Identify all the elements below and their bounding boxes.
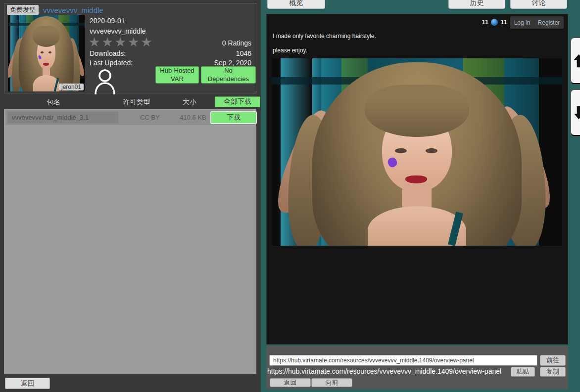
hub-hosted-var-badge: Hub-Hosted VAR bbox=[155, 66, 199, 84]
user-avatar-icon bbox=[94, 68, 116, 94]
resource-detail-panel: 免费发型 vvvevevvv_middle jeron01 2020-09-01… bbox=[0, 0, 261, 392]
tab-discussion[interactable]: 讨论 bbox=[510, 0, 567, 9]
description-line-2: please enjoy. bbox=[273, 47, 307, 54]
url-input[interactable] bbox=[269, 355, 537, 366]
current-url-text: https://hub.virtamate.com/resources/vvve… bbox=[267, 367, 501, 375]
hub-browser-panel: 概览 历史 讨论 11 11 Log in Register I made on… bbox=[261, 0, 580, 392]
column-license-type: 许可类型 bbox=[112, 98, 161, 107]
scroll-down-button[interactable] bbox=[570, 89, 580, 136]
arrow-down-icon bbox=[574, 105, 580, 120]
browser-forward-button[interactable]: 向前 bbox=[311, 378, 352, 387]
no-dependencies-badge: No Dependencies bbox=[201, 66, 256, 84]
description-line-1: I made only favorite charming hairstyle. bbox=[273, 33, 376, 40]
size-value: 410.6 KB bbox=[172, 110, 214, 125]
package-table-header: 包名 许可类型 大小 全部下载 bbox=[4, 97, 256, 108]
views-icon bbox=[491, 19, 498, 26]
register-link[interactable]: Register bbox=[538, 19, 560, 26]
license-value: CC BY bbox=[130, 110, 170, 125]
downloads-value: 1046 bbox=[236, 49, 251, 57]
resource-card: 免费发型 vvvevevvv_middle jeron01 2020-09-01… bbox=[4, 3, 256, 93]
go-button[interactable]: 前往 bbox=[540, 355, 566, 366]
column-size: 大小 bbox=[167, 98, 212, 107]
views-count: 11 bbox=[500, 18, 507, 26]
scene-shape-bangs bbox=[365, 85, 469, 137]
url-bar-strip: 前往 https://hub.virtamate.com/resources/v… bbox=[266, 346, 568, 389]
rating-stars[interactable]: ★★★★★ bbox=[89, 35, 154, 50]
column-package-name: 包名 bbox=[29, 98, 78, 107]
tab-history[interactable]: 历史 bbox=[448, 0, 505, 9]
thumbnail-image bbox=[8, 15, 85, 91]
scene-shape-eyeR bbox=[426, 148, 437, 153]
resource-image bbox=[272, 58, 562, 246]
scene-shape-eyeL bbox=[395, 148, 406, 153]
download-all-button[interactable]: 全部下载 bbox=[215, 96, 260, 107]
scene-shape-lips bbox=[405, 175, 427, 183]
embedded-web-view: 11 11 Log in Register I made only favori… bbox=[266, 14, 568, 345]
author-badge: jeron01 bbox=[59, 84, 84, 90]
downloads-label: Downloads: bbox=[90, 49, 126, 57]
scroll-up-button[interactable] bbox=[570, 37, 580, 84]
last-updated-value: Sep 2, 2020 bbox=[214, 59, 251, 67]
ratings-count: 0 Ratings bbox=[222, 39, 251, 47]
package-list: vvvevevvv.hair_middle_3.1 CC BY 410.6 KB… bbox=[4, 109, 256, 374]
back-button[interactable]: 返回 bbox=[5, 378, 50, 389]
arrow-up-icon bbox=[574, 53, 580, 68]
resource-image-render bbox=[272, 58, 562, 246]
login-link[interactable]: Log in bbox=[514, 19, 531, 26]
package-file-name[interactable]: vvvevevvv.hair_middle_3.1 bbox=[7, 112, 118, 124]
paste-button[interactable]: 粘贴 bbox=[511, 367, 535, 377]
scene-shape-bangs bbox=[33, 26, 60, 47]
app-root: { "left_panel": { "card": { "badge": "免费… bbox=[0, 0, 580, 392]
resource-thumbnail[interactable]: jeron01 bbox=[8, 15, 85, 91]
download-button[interactable]: 下载 bbox=[210, 111, 257, 124]
release-date: 2020-09-01 bbox=[90, 17, 125, 25]
package-name: vvvevevvv_middle bbox=[90, 27, 146, 35]
browser-back-button[interactable]: 返回 bbox=[270, 378, 311, 387]
resource-stats: 11 11 bbox=[482, 18, 508, 26]
last-updated-label: Last Updated: bbox=[90, 59, 133, 67]
tab-overview[interactable]: 概览 bbox=[267, 0, 325, 9]
auth-links: Log in Register bbox=[510, 16, 564, 29]
table-row: vvvevevvv.hair_middle_3.1 CC BY 410.6 KB… bbox=[5, 110, 255, 125]
likes-count: 11 bbox=[482, 18, 489, 26]
free-hairstyle-badge: 免费发型 bbox=[7, 5, 39, 15]
resource-title-link[interactable]: vvvevevvv_middle bbox=[43, 6, 103, 14]
copy-button[interactable]: 复制 bbox=[540, 367, 566, 377]
